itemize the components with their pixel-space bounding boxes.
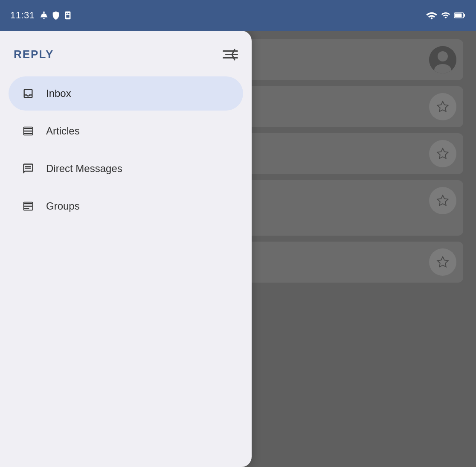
main-container: ds and was hoping to catch you for aanyt…: [0, 31, 476, 467]
nav-list: Inbox Articles: [0, 76, 252, 223]
svg-rect-2: [68, 13, 69, 15]
svg-rect-5: [455, 14, 462, 18]
status-bar: 11:31: [0, 0, 476, 31]
articles-icon: [20, 123, 36, 139]
svg-rect-1: [66, 13, 67, 15]
nav-item-inbox-label: Inbox: [46, 88, 71, 99]
wifi-icon: [426, 11, 438, 20]
status-bar-left: 11:31: [10, 10, 73, 21]
battery-icon: [454, 11, 466, 20]
nav-item-articles-label: Articles: [46, 125, 80, 137]
navigation-drawer: REPLY Inbox: [0, 31, 252, 467]
drawer-header: REPLY: [0, 48, 252, 61]
status-icons: [39, 11, 73, 20]
svg-rect-3: [66, 15, 69, 18]
nav-item-inbox[interactable]: Inbox: [9, 76, 243, 111]
status-time: 11:31: [10, 10, 35, 21]
notification-icon: [39, 11, 49, 20]
signal-icon: [441, 11, 450, 20]
chat-icon: [20, 161, 36, 176]
svg-rect-6: [464, 14, 465, 17]
nav-item-groups[interactable]: Groups: [9, 189, 243, 223]
groups-icon: [20, 198, 36, 214]
close-drawer-button[interactable]: [223, 49, 238, 61]
nav-item-groups-label: Groups: [46, 200, 80, 212]
sim-icon: [63, 11, 73, 20]
nav-item-direct-messages[interactable]: Direct Messages: [9, 152, 243, 186]
app-title: REPLY: [14, 48, 54, 61]
status-bar-right: [426, 11, 466, 20]
nav-item-articles[interactable]: Articles: [9, 114, 243, 148]
nav-item-direct-messages-label: Direct Messages: [46, 163, 122, 175]
shield-icon: [51, 11, 61, 20]
svg-rect-16: [223, 57, 238, 58]
inbox-icon: [20, 86, 36, 101]
svg-rect-14: [223, 50, 238, 52]
